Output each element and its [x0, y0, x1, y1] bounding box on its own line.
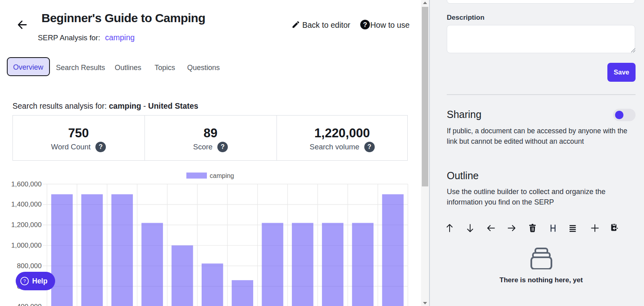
- svg-text:1,600,000: 1,600,000: [11, 180, 42, 188]
- svg-text:?: ?: [363, 21, 367, 28]
- svg-text:800,000: 800,000: [17, 262, 41, 270]
- svg-text:camping: camping: [210, 172, 234, 179]
- svg-text:1,200,000: 1,200,000: [11, 221, 42, 229]
- svg-text:400,000: 400,000: [17, 303, 41, 306]
- svg-text:1,400,000: 1,400,000: [11, 201, 42, 208]
- svg-text:?: ?: [23, 279, 26, 283]
- svg-text:1,000,000: 1,000,000: [11, 242, 42, 249]
